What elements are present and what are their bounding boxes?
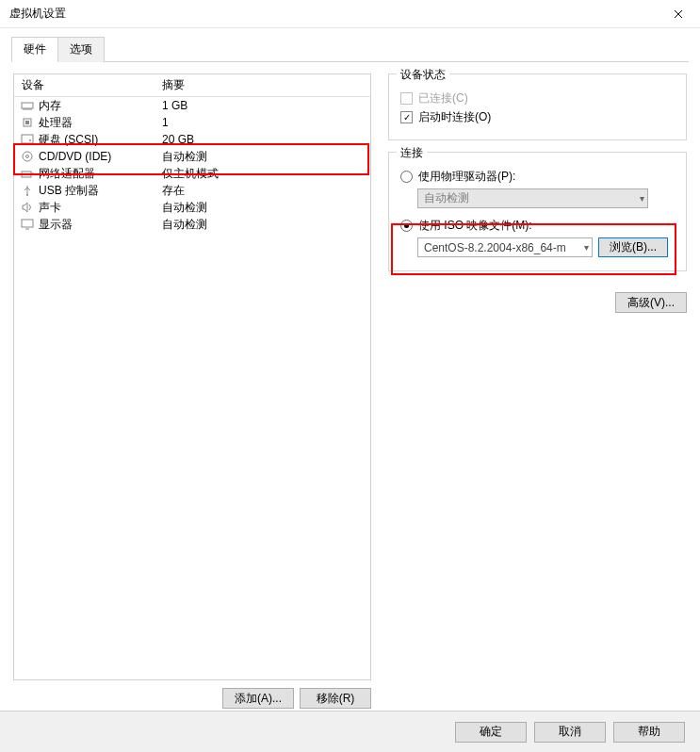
advanced-button[interactable]: 高级(V)... (615, 292, 687, 313)
display-icon (20, 218, 35, 231)
device-summary: 20 GB (160, 133, 370, 146)
device-row-memory[interactable]: 内存 1 GB (14, 97, 370, 114)
svg-rect-2 (25, 121, 29, 124)
browse-button[interactable]: 浏览(B)... (598, 237, 668, 257)
device-summary: 自动检测 (160, 149, 370, 165)
left-panel: 设备 摘要 内存 1 GB 处理器 1 硬盘 (SCSI) 20 GB CD (13, 74, 371, 709)
device-summary: 仅主机模式 (160, 166, 370, 182)
use-iso-radio[interactable] (400, 220, 413, 232)
device-summary: 存在 (160, 183, 370, 199)
device-summary: 1 GB (160, 99, 370, 112)
cancel-button[interactable]: 取消 (534, 722, 606, 743)
close-icon (674, 9, 683, 19)
device-label: 内存 (39, 98, 61, 114)
device-summary: 1 (160, 116, 370, 129)
svg-point-6 (26, 155, 29, 158)
svg-rect-7 (22, 172, 31, 177)
content-area: 硬件 选项 设备 摘要 内存 1 GB 处理器 1 硬盘 (0, 28, 700, 714)
device-status-group: 设备状态 已连接(C) ✓ 启动时连接(O) (388, 74, 687, 140)
device-row-usb[interactable]: USB 控制器 存在 (14, 182, 370, 199)
connection-legend: 连接 (397, 145, 427, 161)
memory-icon (20, 99, 35, 112)
advanced-row: 高级(V)... (388, 292, 687, 313)
connect-at-poweron-row[interactable]: ✓ 启动时连接(O) (400, 109, 675, 125)
connection-group: 连接 使用物理驱动器(P): 自动检测 ▾ 使用 ISO 映像文件(M): (388, 152, 687, 271)
iso-file-row: CentOS-8.2.2004-x86_64-m ▾ 浏览(B)... (417, 237, 675, 257)
device-label: 处理器 (39, 115, 73, 131)
device-label: 声卡 (39, 200, 61, 216)
remove-device-button[interactable]: 移除(R) (300, 688, 371, 709)
tab-strip: 硬件 选项 (11, 36, 689, 62)
titlebar: 虚拟机设置 (0, 0, 700, 28)
connect-at-poweron-checkbox[interactable]: ✓ (400, 111, 413, 123)
connected-checkbox-row: 已连接(C) (400, 90, 675, 106)
device-label: 硬盘 (SCSI) (39, 132, 98, 148)
tab-options[interactable]: 选项 (57, 37, 105, 62)
help-button[interactable]: 帮助 (613, 722, 685, 743)
device-row-cpu[interactable]: 处理器 1 (14, 114, 370, 131)
tab-hardware[interactable]: 硬件 (11, 37, 58, 62)
usb-icon (20, 184, 35, 197)
col-header-device[interactable]: 设备 (14, 77, 160, 93)
physical-drive-combo: 自动检测 ▾ (417, 188, 648, 208)
svg-point-5 (23, 152, 32, 161)
sound-icon (20, 201, 35, 214)
use-iso-radio-row[interactable]: 使用 ISO 映像文件(M): (400, 218, 675, 234)
nic-icon (20, 167, 35, 180)
add-device-button[interactable]: 添加(A)... (222, 688, 294, 709)
device-label: USB 控制器 (39, 183, 99, 199)
svg-point-4 (29, 139, 31, 141)
list-header: 设备 摘要 (14, 74, 370, 97)
chevron-down-icon: ▾ (584, 242, 589, 253)
svg-rect-3 (22, 135, 33, 143)
use-iso-label: 使用 ISO 映像文件(M): (418, 218, 532, 234)
window-title: 虚拟机设置 (9, 6, 66, 22)
device-row-disk[interactable]: 硬盘 (SCSI) 20 GB (14, 131, 370, 148)
use-physical-drive-radio[interactable] (400, 171, 413, 183)
iso-file-combo[interactable]: CentOS-8.2.2004-x86_64-m ▾ (417, 237, 593, 257)
device-row-display[interactable]: 显示器 自动检测 (14, 216, 370, 233)
device-row-cd[interactable]: CD/DVD (IDE) 自动检测 (14, 148, 370, 165)
device-status-legend: 设备状态 (397, 67, 449, 83)
device-row-nic[interactable]: 网络适配器 仅主机模式 (14, 165, 370, 182)
device-label: 显示器 (39, 217, 73, 233)
device-label: CD/DVD (IDE) (39, 150, 111, 163)
device-label: 网络适配器 (39, 166, 95, 182)
tab-body: 设备 摘要 内存 1 GB 处理器 1 硬盘 (SCSI) 20 GB CD (11, 62, 689, 714)
cd-icon (20, 150, 35, 163)
close-button[interactable] (657, 0, 700, 28)
chevron-down-icon: ▾ (640, 193, 644, 204)
left-buttons: 添加(A)... 移除(R) (13, 688, 371, 709)
device-summary: 自动检测 (160, 200, 370, 216)
svg-rect-0 (22, 103, 33, 108)
physical-drive-combo-row: 自动检测 ▾ (417, 188, 675, 208)
col-header-summary[interactable]: 摘要 (160, 77, 370, 93)
cpu-icon (20, 116, 35, 129)
device-row-sound[interactable]: 声卡 自动检测 (14, 199, 370, 216)
right-panel: 设备状态 已连接(C) ✓ 启动时连接(O) 连接 使用物理驱动器(P): (388, 74, 687, 709)
device-list: 设备 摘要 内存 1 GB 处理器 1 硬盘 (SCSI) 20 GB CD (13, 74, 371, 680)
device-summary: 自动检测 (160, 217, 370, 233)
connected-checkbox (400, 92, 413, 105)
ok-button[interactable]: 确定 (455, 722, 527, 743)
svg-rect-9 (22, 220, 33, 227)
use-physical-drive-label: 使用物理驱动器(P): (418, 169, 515, 185)
svg-point-8 (26, 194, 28, 196)
iso-file-value: CentOS-8.2.2004-x86_64-m (424, 241, 566, 254)
connected-label: 已连接(C) (418, 90, 468, 106)
bottom-bar: 确定 取消 帮助 (0, 711, 700, 752)
disk-icon (20, 133, 35, 146)
physical-drive-value: 自动检测 (424, 190, 469, 206)
connect-at-poweron-label: 启动时连接(O) (418, 109, 491, 125)
use-physical-drive-radio-row[interactable]: 使用物理驱动器(P): (400, 169, 675, 185)
